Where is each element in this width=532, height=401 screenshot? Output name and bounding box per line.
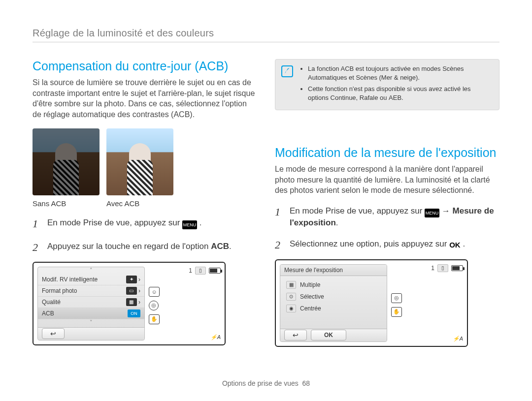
menu-icon: MENU [425, 209, 439, 217]
face-icon: ☺ [149, 287, 160, 297]
chevron-right-icon: › [138, 298, 140, 305]
metering-center-icon: ◉ [286, 305, 296, 312]
left-step1: En mode Prise de vue, appuyez sur MENU . [47, 217, 202, 229]
metering-spot-icon: ⊙ [286, 293, 296, 301]
arrow-right-icon: → [442, 206, 450, 216]
ois-icon: ✋ [149, 314, 160, 324]
counter: 1 [431, 265, 434, 272]
chevron-up-icon: ˄ [38, 267, 144, 274]
right-heading: Modification de la mesure de l'expositio… [275, 146, 499, 160]
example-images [33, 128, 257, 195]
battery-icon [451, 265, 463, 271]
panel-title: Mesure de l'exposition [280, 265, 387, 276]
back-button[interactable]: ↩ [284, 330, 307, 340]
menu-row-label: Qualité [42, 299, 61, 306]
back-button[interactable]: ↩ [42, 328, 65, 339]
step-number-1: 1 [33, 216, 40, 231]
sd-icon: ▯ [437, 264, 448, 272]
option-label: Multiple [300, 281, 320, 288]
menu-row-label: Modif. RV intelligente [42, 276, 98, 283]
step-number-2: 2 [33, 240, 40, 255]
menu-row-label: ACB [42, 310, 54, 317]
right-step1: En mode Prise de vue, appuyez sur MENU →… [290, 206, 499, 229]
ok-label: OK [449, 240, 461, 250]
caption-with-acb: Avec ACB [106, 199, 173, 208]
chevron-down-icon: ˅ [38, 319, 144, 326]
photo-without-acb [33, 128, 100, 195]
ois-icon: ✋ [391, 307, 402, 317]
option-label: Centrée [300, 305, 321, 312]
chevron-right-icon: › [138, 276, 140, 282]
page-footer: Options de prise de vues 68 [0, 379, 532, 387]
right-step2: Sélectionnez une option, puis appuyez su… [290, 239, 465, 250]
left-heading: Compensation du contre-jour (ACB) [33, 59, 257, 73]
camera-screen-metering: Mesure de l'exposition ▦Multiple ⊙Sélect… [275, 259, 468, 347]
right-intro: Le mode de mesure correspond à la manièr… [275, 164, 499, 196]
battery-icon [209, 268, 221, 274]
left-step2: Appuyez sur la touche en regard de l'opt… [47, 241, 232, 252]
on-badge: ON [128, 309, 140, 317]
metering-multiple-icon: ▦ [286, 281, 296, 289]
menu-row-label: Format photo [42, 287, 77, 294]
counter: 1 [189, 267, 192, 274]
step-number-2: 2 [275, 238, 283, 252]
menu-icon: MENU [182, 220, 197, 229]
sd-icon: ▯ [195, 267, 206, 275]
right-column: La fonction ACB est toujours activée en … [275, 59, 499, 347]
page-title: Réglage de la luminosité et des couleurs [33, 28, 499, 39]
left-intro: Si la source de lumière se trouve derriè… [33, 77, 257, 120]
left-column: Compensation du contre-jour (ACB) Si la … [33, 59, 257, 347]
title-divider [33, 42, 499, 42]
step-number-1: 1 [275, 205, 283, 219]
flash-auto-label: ⚡A [453, 336, 463, 342]
flash-auto-label: ⚡A [210, 334, 221, 340]
info-icon [281, 65, 293, 77]
photo-with-acb [106, 128, 173, 195]
camera-screen-acb: ˄ Modif. RV intelligente✦ › Format photo… [33, 262, 226, 345]
info-note: La fonction ACB est toujours activée en … [275, 59, 499, 110]
target-icon: ◎ [391, 293, 402, 303]
target-icon: ◎ [149, 301, 159, 310]
option-label: Sélective [300, 293, 324, 300]
chevron-right-icon: › [138, 287, 140, 294]
caption-without-acb: Sans ACB [33, 199, 100, 208]
ok-button[interactable]: OK [311, 330, 346, 340]
